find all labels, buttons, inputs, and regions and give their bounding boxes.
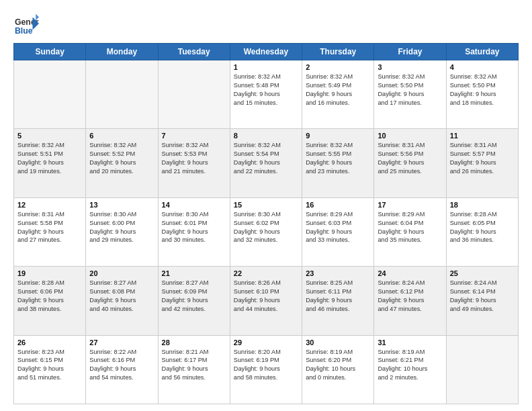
day-number: 7: [162, 132, 226, 140]
day-number: 26: [17, 338, 82, 347]
day-info: Sunrise: 8:30 AM Sunset: 6:01 PM Dayligh…: [162, 210, 226, 245]
weekday-header-row: SundayMondayTuesdayWednesdayThursdayFrid…: [14, 44, 519, 60]
calendar-cell: 10Sunrise: 8:31 AM Sunset: 5:56 PM Dayli…: [374, 129, 446, 197]
weekday-header-thursday: Thursday: [302, 44, 374, 60]
day-number: 23: [306, 269, 370, 277]
calendar-cell: 2Sunrise: 8:32 AM Sunset: 5:49 PM Daylig…: [302, 60, 374, 129]
day-info: Sunrise: 8:31 AM Sunset: 5:57 PM Dayligh…: [450, 141, 515, 176]
week-row-2: 12Sunrise: 8:31 AM Sunset: 5:58 PM Dayli…: [14, 197, 519, 266]
day-info: Sunrise: 8:32 AM Sunset: 5:55 PM Dayligh…: [306, 141, 370, 176]
day-number: 25: [450, 269, 515, 277]
weekday-header-monday: Monday: [86, 44, 158, 60]
day-info: Sunrise: 8:30 AM Sunset: 6:00 PM Dayligh…: [89, 210, 154, 245]
day-number: 28: [162, 338, 226, 347]
calendar-cell: [158, 60, 230, 129]
weekday-header-tuesday: Tuesday: [158, 44, 230, 60]
day-number: 11: [450, 132, 515, 140]
day-number: 24: [378, 269, 442, 277]
day-info: Sunrise: 8:28 AM Sunset: 6:05 PM Dayligh…: [450, 210, 515, 245]
logo: General Blue: [13, 11, 43, 36]
day-info: Sunrise: 8:32 AM Sunset: 5:51 PM Dayligh…: [17, 141, 82, 176]
calendar-cell: 16Sunrise: 8:29 AM Sunset: 6:03 PM Dayli…: [302, 197, 374, 266]
day-info: Sunrise: 8:31 AM Sunset: 5:56 PM Dayligh…: [378, 141, 442, 176]
day-info: Sunrise: 8:32 AM Sunset: 5:50 PM Dayligh…: [378, 73, 442, 107]
day-info: Sunrise: 8:20 AM Sunset: 6:19 PM Dayligh…: [234, 348, 298, 383]
calendar-cell: 23Sunrise: 8:25 AM Sunset: 6:11 PM Dayli…: [302, 267, 374, 335]
day-number: 2: [306, 63, 370, 71]
day-number: 22: [234, 269, 298, 277]
day-info: Sunrise: 8:27 AM Sunset: 6:08 PM Dayligh…: [89, 279, 154, 314]
day-info: Sunrise: 8:25 AM Sunset: 6:11 PM Dayligh…: [306, 279, 370, 314]
calendar-cell: [446, 335, 518, 404]
day-number: 14: [162, 201, 226, 209]
day-info: Sunrise: 8:31 AM Sunset: 5:58 PM Dayligh…: [17, 210, 82, 245]
weekday-header-friday: Friday: [374, 44, 446, 60]
week-row-3: 19Sunrise: 8:28 AM Sunset: 6:06 PM Dayli…: [14, 267, 519, 335]
day-number: 29: [234, 338, 298, 347]
day-number: 6: [89, 132, 154, 140]
calendar-cell: 11Sunrise: 8:31 AM Sunset: 5:57 PM Dayli…: [446, 129, 518, 197]
day-info: Sunrise: 8:19 AM Sunset: 6:21 PM Dayligh…: [378, 348, 442, 383]
calendar-cell: 9Sunrise: 8:32 AM Sunset: 5:55 PM Daylig…: [302, 129, 374, 197]
day-info: Sunrise: 8:32 AM Sunset: 5:49 PM Dayligh…: [306, 73, 370, 107]
calendar-cell: 18Sunrise: 8:28 AM Sunset: 6:05 PM Dayli…: [446, 197, 518, 266]
day-info: Sunrise: 8:19 AM Sunset: 6:20 PM Dayligh…: [306, 348, 370, 383]
day-number: 3: [378, 63, 442, 71]
day-info: Sunrise: 8:23 AM Sunset: 6:15 PM Dayligh…: [17, 348, 82, 383]
day-number: 30: [306, 338, 370, 347]
calendar-cell: 5Sunrise: 8:32 AM Sunset: 5:51 PM Daylig…: [14, 129, 86, 197]
day-info: Sunrise: 8:32 AM Sunset: 5:53 PM Dayligh…: [162, 141, 226, 176]
day-info: Sunrise: 8:24 AM Sunset: 6:14 PM Dayligh…: [450, 279, 515, 314]
day-number: 20: [89, 269, 154, 277]
calendar-cell: 7Sunrise: 8:32 AM Sunset: 5:53 PM Daylig…: [158, 129, 230, 197]
calendar-cell: 15Sunrise: 8:30 AM Sunset: 6:02 PM Dayli…: [230, 197, 302, 266]
day-number: 5: [17, 132, 82, 140]
calendar-cell: 22Sunrise: 8:26 AM Sunset: 6:10 PM Dayli…: [230, 267, 302, 335]
calendar-cell: 1Sunrise: 8:32 AM Sunset: 5:48 PM Daylig…: [230, 60, 302, 129]
calendar-cell: 6Sunrise: 8:32 AM Sunset: 5:52 PM Daylig…: [86, 129, 158, 197]
day-info: Sunrise: 8:22 AM Sunset: 6:16 PM Dayligh…: [89, 348, 154, 383]
day-number: 10: [378, 132, 442, 140]
day-info: Sunrise: 8:21 AM Sunset: 6:17 PM Dayligh…: [162, 348, 226, 383]
day-info: Sunrise: 8:29 AM Sunset: 6:04 PM Dayligh…: [378, 210, 442, 245]
svg-text:Blue: Blue: [15, 26, 33, 36]
day-info: Sunrise: 8:30 AM Sunset: 6:02 PM Dayligh…: [234, 210, 298, 245]
day-number: 16: [306, 201, 370, 209]
day-number: 13: [89, 201, 154, 209]
day-info: Sunrise: 8:32 AM Sunset: 5:54 PM Dayligh…: [234, 141, 298, 176]
calendar-cell: 21Sunrise: 8:27 AM Sunset: 6:09 PM Dayli…: [158, 267, 230, 335]
day-number: 8: [234, 132, 298, 140]
day-info: Sunrise: 8:32 AM Sunset: 5:52 PM Dayligh…: [89, 141, 154, 176]
weekday-header-wednesday: Wednesday: [230, 44, 302, 60]
day-number: 17: [378, 201, 442, 209]
day-number: 21: [162, 269, 226, 277]
calendar-cell: 30Sunrise: 8:19 AM Sunset: 6:20 PM Dayli…: [302, 335, 374, 404]
calendar-cell: 29Sunrise: 8:20 AM Sunset: 6:19 PM Dayli…: [230, 335, 302, 404]
calendar-cell: 26Sunrise: 8:23 AM Sunset: 6:15 PM Dayli…: [14, 335, 86, 404]
week-row-0: 1Sunrise: 8:32 AM Sunset: 5:48 PM Daylig…: [14, 60, 519, 129]
day-info: Sunrise: 8:27 AM Sunset: 6:09 PM Dayligh…: [162, 279, 226, 314]
calendar-cell: 20Sunrise: 8:27 AM Sunset: 6:08 PM Dayli…: [86, 267, 158, 335]
calendar-cell: 27Sunrise: 8:22 AM Sunset: 6:16 PM Dayli…: [86, 335, 158, 404]
weekday-header-sunday: Sunday: [14, 44, 86, 60]
calendar-cell: 25Sunrise: 8:24 AM Sunset: 6:14 PM Dayli…: [446, 267, 518, 335]
week-row-1: 5Sunrise: 8:32 AM Sunset: 5:51 PM Daylig…: [14, 129, 519, 197]
day-number: 1: [234, 63, 298, 71]
day-info: Sunrise: 8:32 AM Sunset: 5:50 PM Dayligh…: [450, 73, 515, 107]
calendar-cell: 4Sunrise: 8:32 AM Sunset: 5:50 PM Daylig…: [446, 60, 518, 129]
week-row-4: 26Sunrise: 8:23 AM Sunset: 6:15 PM Dayli…: [14, 335, 519, 404]
calendar-cell: 8Sunrise: 8:32 AM Sunset: 5:54 PM Daylig…: [230, 129, 302, 197]
day-number: 4: [450, 63, 515, 71]
day-number: 27: [89, 338, 154, 347]
calendar-cell: 24Sunrise: 8:24 AM Sunset: 6:12 PM Dayli…: [374, 267, 446, 335]
calendar-cell: 28Sunrise: 8:21 AM Sunset: 6:17 PM Dayli…: [158, 335, 230, 404]
calendar-cell: 14Sunrise: 8:30 AM Sunset: 6:01 PM Dayli…: [158, 197, 230, 266]
day-number: 31: [378, 338, 442, 347]
calendar-cell: [14, 60, 86, 129]
calendar-table: SundayMondayTuesdayWednesdayThursdayFrid…: [13, 43, 519, 404]
calendar-cell: 19Sunrise: 8:28 AM Sunset: 6:06 PM Dayli…: [14, 267, 86, 335]
day-info: Sunrise: 8:26 AM Sunset: 6:10 PM Dayligh…: [234, 279, 298, 314]
header: General Blue: [13, 11, 519, 36]
calendar-cell: 13Sunrise: 8:30 AM Sunset: 6:00 PM Dayli…: [86, 197, 158, 266]
day-number: 12: [17, 201, 82, 209]
